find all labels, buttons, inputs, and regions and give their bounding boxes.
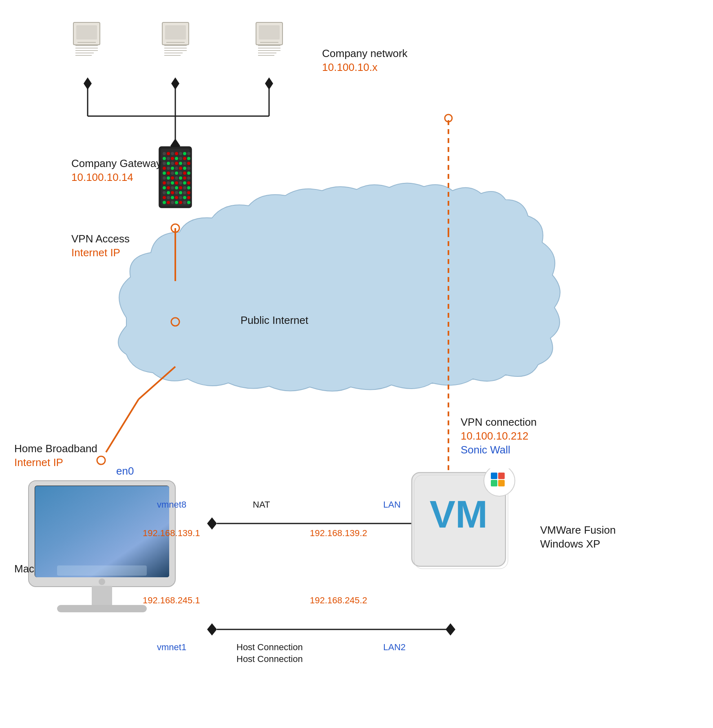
host-connection-label: Host Connection Host Connection	[236, 642, 303, 665]
svg-point-118	[175, 196, 178, 199]
svg-rect-133	[92, 586, 112, 606]
svg-point-111	[175, 191, 178, 194]
svg-point-112	[179, 191, 182, 194]
home-broadband-label: Home Broadband Internet IP	[14, 442, 97, 470]
svg-point-68	[171, 162, 174, 165]
svg-point-82	[171, 172, 174, 175]
svg-point-107	[187, 186, 190, 189]
svg-point-79	[187, 167, 190, 170]
svg-point-72	[187, 162, 190, 165]
company-gateway-label: Company Gateway 10.100.10.14	[71, 157, 161, 185]
svg-point-66	[163, 162, 166, 165]
svg-line-12	[139, 367, 175, 399]
svg-point-103	[171, 186, 174, 189]
svg-marker-25	[446, 623, 455, 636]
svg-point-115	[163, 196, 166, 199]
svg-point-128	[187, 201, 190, 204]
svg-rect-134	[57, 605, 147, 612]
svg-point-121	[187, 196, 190, 199]
svg-point-78	[183, 167, 186, 170]
svg-point-93	[187, 176, 190, 180]
svg-text:VM: VM	[430, 493, 488, 536]
svg-point-110	[171, 191, 174, 194]
svg-point-94	[163, 181, 166, 185]
svg-point-114	[187, 191, 190, 194]
svg-point-113	[183, 191, 186, 194]
svg-point-98	[179, 181, 182, 185]
svg-point-69	[175, 162, 178, 165]
svg-point-109	[167, 191, 170, 194]
vpn-access-label: VPN Access Internet IP	[71, 232, 130, 260]
svg-point-71	[183, 162, 186, 165]
svg-marker-4	[84, 77, 92, 90]
svg-point-95	[167, 181, 170, 185]
svg-point-74	[167, 167, 170, 170]
svg-point-75	[171, 167, 174, 170]
svg-point-124	[171, 201, 174, 204]
svg-point-55	[175, 152, 178, 155]
svg-point-132	[99, 578, 105, 585]
svg-point-120	[183, 196, 186, 199]
svg-point-56	[179, 152, 182, 155]
svg-point-53	[167, 152, 170, 155]
en0-label: en0	[116, 464, 134, 478]
gateway-switch	[157, 145, 194, 210]
vmnet8-label: vmnet8	[157, 499, 186, 511]
server-middle	[160, 20, 191, 61]
ip-192-168-245-2-label: 192.168.245.2	[310, 595, 367, 607]
svg-rect-142	[491, 480, 497, 486]
svg-point-127	[183, 201, 186, 204]
svg-point-14	[97, 456, 105, 464]
cloud-shape	[118, 183, 560, 391]
svg-point-70	[179, 162, 182, 165]
svg-point-65	[187, 157, 190, 160]
svg-point-62	[175, 157, 178, 160]
svg-point-57	[183, 152, 186, 155]
svg-point-104	[175, 186, 178, 189]
svg-rect-35	[165, 25, 186, 40]
svg-marker-20	[207, 517, 217, 530]
svg-point-86	[187, 172, 190, 175]
vmware-label: VMWare Fusion Windows XP	[540, 523, 616, 551]
svg-point-99	[183, 181, 186, 185]
svg-point-125	[175, 201, 178, 204]
svg-point-123	[167, 201, 170, 204]
vmnet1-label: vmnet1	[157, 642, 186, 653]
svg-point-91	[179, 176, 182, 180]
svg-point-9	[171, 224, 179, 232]
svg-rect-43	[259, 25, 280, 40]
svg-rect-135	[57, 565, 147, 576]
svg-marker-6	[265, 77, 273, 90]
company-network-label: Company network 10.100.10.x	[322, 47, 408, 75]
svg-point-100	[187, 181, 190, 185]
svg-point-84	[179, 172, 182, 175]
svg-point-83	[175, 172, 178, 175]
svg-point-59	[163, 157, 166, 160]
ip-192-168-139-2-label: 192.168.139.2	[310, 528, 367, 539]
svg-point-89	[171, 176, 174, 180]
svg-point-105	[179, 186, 182, 189]
svg-point-90	[175, 176, 178, 180]
nat-label: NAT	[253, 499, 270, 511]
svg-point-101	[163, 186, 166, 189]
svg-point-85	[183, 172, 186, 175]
svg-point-96	[171, 181, 174, 185]
svg-point-87	[163, 176, 166, 180]
lan-label: LAN	[383, 499, 401, 511]
svg-point-64	[183, 157, 186, 160]
svg-rect-143	[498, 480, 505, 486]
svg-point-61	[171, 157, 174, 160]
svg-point-81	[167, 172, 170, 175]
svg-point-102	[167, 186, 170, 189]
public-internet-label: Public Internet	[241, 314, 308, 328]
svg-point-67	[167, 162, 170, 165]
svg-rect-27	[76, 25, 97, 40]
svg-point-117	[171, 196, 174, 199]
svg-marker-23	[207, 623, 217, 636]
vpn-connection-label: VPN connection 10.100.10.212 Sonic Wall	[461, 416, 536, 457]
svg-rect-140	[491, 473, 497, 479]
mac-label: Mac	[14, 562, 34, 576]
svg-point-97	[175, 181, 178, 185]
svg-point-122	[163, 201, 166, 204]
lan2-label: LAN2	[383, 642, 406, 653]
